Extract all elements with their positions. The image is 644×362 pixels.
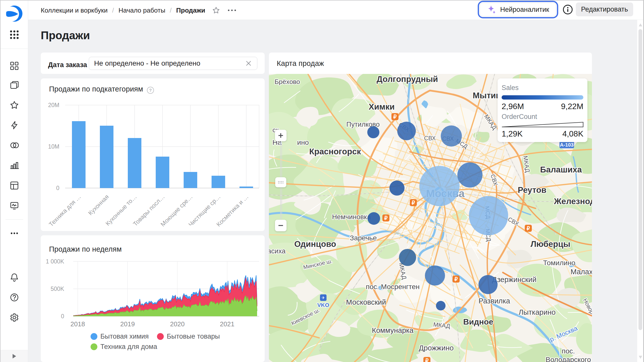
svg-text:✈: ✈ bbox=[321, 296, 325, 300]
svg-text:Томилино: Томилино bbox=[543, 259, 575, 267]
svg-text:Володарского: Володарского bbox=[546, 356, 591, 362]
svg-text:А-103: А-103 bbox=[560, 142, 574, 148]
svg-text:Малахо: Малахо bbox=[571, 268, 592, 276]
svg-text:Заречье: Заречье bbox=[350, 234, 377, 242]
svg-text:Люберцы: Люберцы bbox=[531, 239, 570, 249]
svg-text:2018: 2018 bbox=[70, 320, 85, 328]
svg-text:Красногорск: Красногорск bbox=[309, 147, 361, 156]
svg-text:ино: ино bbox=[297, 139, 309, 146]
svg-text:асиха: асиха bbox=[269, 247, 286, 255]
svg-text:2019: 2019 bbox=[120, 320, 135, 328]
svg-text:Химки: Химки bbox=[369, 102, 395, 111]
svg-text:Лыткарино: Лыткарино bbox=[518, 308, 555, 316]
svg-text:Долгопрудный: Долгопрудный bbox=[377, 74, 438, 84]
svg-text:₽: ₽ bbox=[425, 358, 429, 362]
svg-text:Одинцово: Одинцово bbox=[294, 239, 336, 249]
svg-text:Коммунарка: Коммунарка bbox=[372, 326, 414, 334]
svg-text:₽: ₽ bbox=[384, 215, 388, 221]
svg-text:₽: ₽ bbox=[412, 200, 415, 206]
svg-text:500K: 500K bbox=[51, 286, 64, 292]
svg-text:₽: ₽ bbox=[527, 225, 530, 231]
svg-text:VKO: VKO bbox=[317, 302, 329, 308]
svg-text:Балашиха: Балашиха bbox=[540, 165, 582, 174]
svg-text:Дзержинский: Дзержинский bbox=[492, 276, 536, 284]
svg-text:Реутов: Реутов bbox=[518, 185, 546, 195]
svg-text:₽: ₽ bbox=[454, 276, 458, 282]
svg-text:Железнод: Железнод bbox=[554, 197, 592, 206]
svg-text:пос.: пос. bbox=[562, 347, 575, 355]
svg-text:0: 0 bbox=[61, 313, 64, 320]
svg-text:Видное: Видное bbox=[463, 317, 493, 326]
svg-text:2021: 2021 bbox=[220, 320, 234, 328]
svg-text:2020: 2020 bbox=[170, 320, 185, 328]
svg-text:Дрожжино: Дрожжино bbox=[419, 344, 454, 352]
svg-text:пос. Мосренгтен: пос. Мосренгтен bbox=[366, 283, 420, 291]
svg-text:Техника для …: Техника для … bbox=[48, 193, 82, 228]
svg-text:Брёхово: Брёхово bbox=[274, 78, 300, 85]
svg-text:₽: ₽ bbox=[393, 114, 397, 120]
svg-text:СВХ: СВХ bbox=[424, 135, 436, 142]
svg-text:Кухонная: Кухонная bbox=[87, 193, 110, 216]
svg-text:Немчиновка: Немчиновка bbox=[332, 213, 371, 221]
svg-text:Московский: Московский bbox=[346, 298, 386, 306]
svg-text:Развилка: Развилка bbox=[478, 297, 510, 305]
svg-text:10M: 10M bbox=[48, 143, 59, 150]
svg-text:0: 0 bbox=[56, 185, 59, 191]
svg-text:20M: 20M bbox=[48, 102, 59, 108]
svg-text:1 000K: 1 000K bbox=[46, 258, 64, 265]
